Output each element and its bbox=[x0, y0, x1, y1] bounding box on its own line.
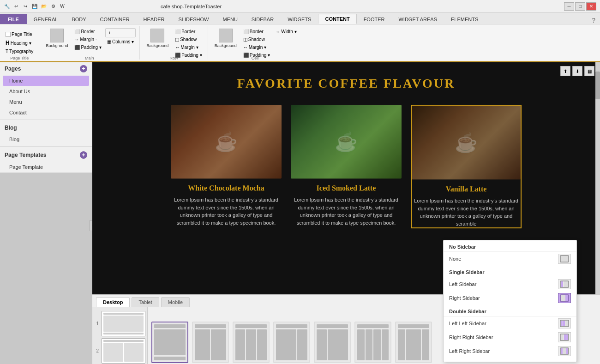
main-background-label: Background bbox=[46, 43, 68, 48]
cell-background-btn[interactable]: Background bbox=[212, 27, 240, 49]
cell-border-btn[interactable]: ⬜ Border bbox=[241, 28, 272, 35]
thumb-header-7 bbox=[398, 324, 429, 328]
undo-icon[interactable]: ↩ bbox=[13, 3, 19, 10]
pt-body-1 bbox=[103, 316, 144, 332]
title-bar-left: 🔧 ↩ ↪ 💾 📂 ⚙ W cafe shop-TemplateToaster bbox=[4, 3, 222, 10]
coffee-grid: White Chocolate Mocha Lorem Ipsum has be… bbox=[171, 105, 522, 228]
page-thumb-1[interactable]: 1 bbox=[94, 311, 145, 336]
tab-general[interactable]: GENERAL bbox=[27, 14, 65, 24]
coffee-card-1[interactable]: White Chocolate Mocha Lorem Ipsum has be… bbox=[171, 105, 282, 228]
left-left-icon[interactable] bbox=[558, 318, 571, 328]
tab-desktop[interactable]: Desktop bbox=[96, 297, 130, 307]
tab-content[interactable]: CONTENT bbox=[318, 14, 356, 24]
cell-border-icon: ⬜ bbox=[243, 29, 249, 34]
svg-rect-13 bbox=[561, 334, 564, 340]
layout-thumb-3[interactable] bbox=[233, 322, 270, 363]
sidebar-item-about[interactable]: About Us bbox=[3, 86, 89, 96]
main-margin-btn[interactable]: ↔ Margin - bbox=[72, 36, 103, 43]
page-thumb-2[interactable]: 2 bbox=[94, 338, 145, 364]
tab-mobile[interactable]: Mobile bbox=[161, 297, 190, 307]
wordpress-icon[interactable]: W bbox=[59, 3, 66, 10]
svg-rect-7 bbox=[566, 295, 568, 301]
cell-margin-btn[interactable]: ↔ Margin ▾ bbox=[241, 44, 272, 51]
none-icon[interactable] bbox=[558, 254, 571, 264]
main-padding-btn[interactable]: ⬛ Padding ▾ bbox=[72, 44, 103, 51]
thumb-cell-6d bbox=[382, 329, 389, 360]
tab-header[interactable]: HEADER bbox=[137, 14, 172, 24]
canvas-up-button[interactable]: ⬆ bbox=[560, 66, 570, 76]
layout-thumb-4[interactable] bbox=[273, 322, 310, 363]
add-page-button[interactable]: + bbox=[80, 65, 87, 72]
thumb-header-2 bbox=[195, 324, 226, 328]
left-sidebar-label[interactable]: Left Sidebar bbox=[449, 281, 476, 287]
columns-btn[interactable]: + ─ bbox=[105, 28, 136, 37]
tab-widget-areas[interactable]: WIDGET AREAS bbox=[391, 14, 444, 24]
tab-tablet[interactable]: Tablet bbox=[132, 297, 159, 307]
pt-footer-1 bbox=[103, 333, 144, 334]
page-thumb-preview-1 bbox=[102, 311, 145, 336]
right-right-label[interactable]: Right Right Sidebar bbox=[449, 334, 493, 340]
tab-menu[interactable]: MENU bbox=[216, 14, 244, 24]
tab-slideshow[interactable]: SLIDESHOW bbox=[171, 14, 216, 24]
layout-thumb-6[interactable] bbox=[354, 322, 391, 363]
tab-elements[interactable]: ELEMENTS bbox=[444, 14, 485, 24]
page-title-checkbox[interactable]: Page Title bbox=[4, 31, 35, 38]
row-margin-btn[interactable]: ↔ Margin ▾ bbox=[173, 44, 204, 51]
pt-line-1 bbox=[103, 313, 144, 315]
thumb-cell-2a bbox=[195, 329, 210, 360]
svg-rect-15 bbox=[566, 334, 568, 340]
sidebar-item-contact[interactable]: Contact bbox=[3, 107, 89, 118]
coffee-card-3[interactable]: Vanilla Latte Lorem Ipsum has been the i… bbox=[411, 105, 522, 228]
cell-width-btn[interactable]: ↔ Width ▾ bbox=[274, 28, 298, 35]
typography-btn[interactable]: T Typography bbox=[4, 48, 35, 55]
maximize-button[interactable]: □ bbox=[575, 2, 585, 11]
help-button[interactable]: ? bbox=[587, 17, 600, 24]
layout-thumb-1[interactable] bbox=[151, 322, 188, 363]
none-label[interactable]: None bbox=[449, 256, 461, 262]
main-background-btn[interactable]: Background bbox=[43, 27, 71, 49]
tab-sidebar[interactable]: SIDEBAR bbox=[245, 14, 281, 24]
main-border-btn[interactable]: ⬜ Border bbox=[72, 28, 103, 35]
layout-thumb-7[interactable] bbox=[395, 322, 432, 363]
tab-file[interactable]: FILE bbox=[0, 14, 27, 24]
sidebar-item-blog[interactable]: Blog bbox=[3, 134, 89, 144]
left-sidebar-icon[interactable] bbox=[558, 279, 571, 289]
right-sidebar-label[interactable]: Right Sidebar bbox=[449, 295, 480, 301]
svg-rect-10 bbox=[563, 321, 565, 326]
row-shadow-btn[interactable]: ◫ Shadow bbox=[173, 36, 204, 43]
coffee-card-2[interactable]: Iced Smoked Latte Lorem Ipsum has been t… bbox=[291, 105, 402, 228]
heading-dropdown[interactable]: H Heading ▾ bbox=[4, 39, 35, 47]
cell-shadow-btn[interactable]: ◫ Shadow bbox=[241, 36, 272, 43]
add-template-button[interactable]: + bbox=[80, 151, 87, 159]
sidebar-item-home[interactable]: Home bbox=[3, 76, 89, 86]
left-right-label[interactable]: Left Right Sidebar bbox=[449, 348, 490, 354]
columns-label-btn[interactable]: ▦ Columns ▾ bbox=[105, 38, 136, 45]
minimize-button[interactable]: ─ bbox=[564, 2, 574, 11]
close-button[interactable]: ✕ bbox=[586, 2, 596, 11]
tab-container[interactable]: CONTAINER bbox=[93, 14, 137, 24]
sidebar-item-page-template[interactable]: Page Template bbox=[3, 162, 89, 172]
tab-footer[interactable]: FOOTER bbox=[357, 14, 392, 24]
tab-body[interactable]: BODY bbox=[65, 14, 93, 24]
right-sidebar-icon[interactable] bbox=[558, 293, 571, 303]
folder-icon[interactable]: 📂 bbox=[41, 3, 47, 10]
row-border-btn[interactable]: ⬜ Border bbox=[173, 28, 204, 35]
right-right-icon[interactable] bbox=[558, 332, 571, 342]
canvas-grid-button[interactable]: ▦ bbox=[584, 66, 594, 76]
layout-thumb-5[interactable] bbox=[314, 322, 351, 363]
row-background-btn[interactable]: Background bbox=[144, 27, 171, 49]
left-right-icon[interactable] bbox=[558, 346, 571, 356]
tab-widgets[interactable]: WIDGETS bbox=[281, 14, 318, 24]
left-left-label[interactable]: Left Left Sidebar bbox=[449, 321, 486, 326]
main-padding-label: Padding ▾ bbox=[81, 45, 101, 50]
save-icon[interactable]: 💾 bbox=[31, 3, 38, 10]
layout-thumb-2[interactable] bbox=[192, 322, 229, 363]
margin-icon: ↔ bbox=[74, 37, 79, 42]
sidebar-item-menu[interactable]: Menu bbox=[3, 97, 89, 107]
thumb-inner-7 bbox=[396, 322, 431, 362]
canvas-scrollbar[interactable] bbox=[595, 62, 600, 294]
settings-icon[interactable]: ⚙ bbox=[50, 3, 56, 10]
canvas-down-button[interactable]: ⬇ bbox=[572, 66, 582, 76]
redo-icon[interactable]: ↪ bbox=[22, 3, 29, 10]
scrollbar-thumb[interactable] bbox=[595, 72, 600, 99]
